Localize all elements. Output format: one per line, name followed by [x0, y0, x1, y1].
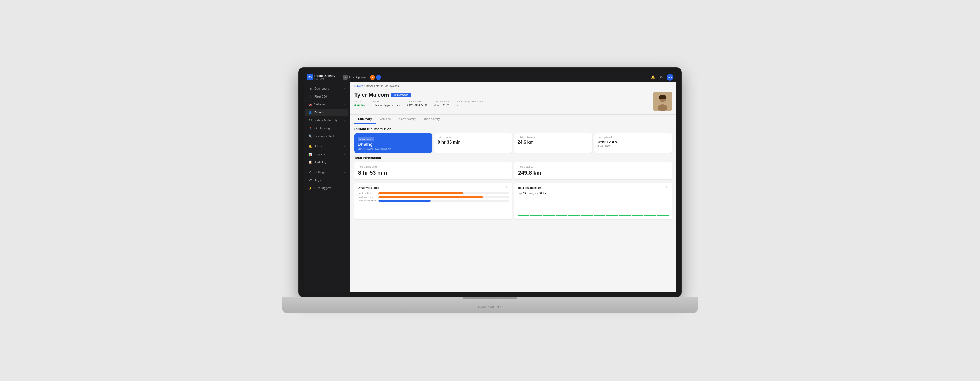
sidebar-item-find-vehicle[interactable]: 🔍 Find my vehicle — [305, 132, 348, 140]
sidebar-item-tags[interactable]: 🏷 Tags — [305, 176, 348, 184]
sidebar-item-audit-log[interactable]: 📋 Audit log — [305, 158, 348, 166]
top-bar-badges: A B — [370, 75, 381, 80]
driving-badge: Driving status — [358, 138, 374, 141]
reports-chevron: › — [344, 153, 345, 156]
laptop-brand-label: MacBook Pro — [478, 305, 502, 309]
tab-alerts-history[interactable]: Alerts history — [395, 114, 420, 124]
current-trip-section: Current trip information Driving status … — [355, 127, 672, 153]
bar-2 — [543, 215, 555, 216]
sidebar-item-settings[interactable]: ⚙ Settings › — [305, 168, 348, 176]
laptop-bezel: RD Rapid Delivery Go Fleet ⊞ Fleet Optim… — [299, 68, 681, 297]
bar-3 — [555, 215, 567, 216]
top-bar-divider — [339, 75, 339, 80]
fleet360-icon: ↻ — [309, 95, 312, 98]
sidebar-item-vehicles[interactable]: 🚗 Vehicles › — [305, 101, 348, 108]
status-dot — [355, 105, 356, 106]
find-vehicle-icon: 🔍 — [309, 134, 312, 138]
top-bar-nav: ⊞ Fleet Optimizer — [343, 75, 368, 79]
brand-subtitle: Go Fleet — [315, 78, 335, 81]
bar-10 — [644, 215, 656, 216]
settings-icon[interactable]: ⚙ — [659, 75, 664, 80]
violation-label-1: Harsh braking — [358, 192, 377, 194]
sidebar-divider-1 — [307, 141, 347, 141]
distance-chart-meta: Trips 12 Daily avg. 28 km — [518, 192, 669, 195]
daily-avg-value: 28 km — [539, 192, 547, 195]
audit-log-icon: 📋 — [309, 160, 312, 164]
last-updated-sub: Jun 8, 2021 — [598, 145, 669, 148]
distance-download-icon[interactable]: ⬇ — [665, 186, 669, 190]
bar-col-9 — [632, 215, 643, 216]
sidebar-item-drivers[interactable]: 👤 Drivers — [305, 108, 348, 116]
driving-sub: Started on Apr 6, 2021 4:51:09 AM — [358, 148, 429, 150]
sidebar-item-geofencing[interactable]: 📍 Geofencing — [305, 124, 348, 132]
phone-value: +12163547758 — [407, 103, 427, 107]
sidebar-item-safety[interactable]: 🛡 Safety & Security › — [305, 116, 348, 124]
driver-meta: Status Active Email — [355, 100, 650, 107]
breadcrumb-drivers[interactable]: Drivers — [355, 84, 363, 87]
safety-chevron: › — [344, 119, 345, 122]
sidebar-label-safety: Safety & Security — [315, 119, 342, 122]
bar-col-7 — [606, 215, 618, 216]
notification-bell-icon[interactable]: 🔔 — [650, 75, 656, 80]
tab-summary[interactable]: Summary — [355, 114, 376, 124]
laptop-base: MacBook Pro — [282, 297, 698, 313]
user-avatar[interactable]: AB — [667, 74, 673, 81]
tags-icon: 🏷 — [309, 178, 312, 182]
sidebar-label-audit-log: Audit log — [315, 160, 345, 164]
sidebar-label-drivers: Drivers — [315, 111, 345, 114]
total-distance-label: Total distance — [518, 165, 668, 168]
driver-info: Tyler Malcom ✉ Message Status — [355, 92, 650, 107]
last-updated-card: Last updated 9:32:17 AM Jun 8, 2021 — [595, 133, 672, 153]
total-driving-time-card: Total driving time 8 hr 53 min — [355, 162, 512, 179]
driving-distance-value: 24.6 km — [518, 140, 589, 145]
main-layout: ⊞ Dashboard › ↻ Fleet 360 🚗 Vehicles — [304, 82, 676, 292]
message-button[interactable]: ✉ Message — [391, 93, 411, 97]
settings-nav-icon: ⚙ — [309, 170, 312, 174]
violation-row-3: Harsh acceleration — [358, 200, 509, 202]
top-bar-right: 🔔 ⚙ AB — [650, 74, 673, 81]
sidebar-item-reports[interactable]: 📊 Reports › — [305, 150, 348, 158]
meta-phone: Phone number +12163547758 — [407, 100, 427, 107]
driving-title: Driving — [358, 142, 429, 147]
distance-chart-header: Total distance (km) ⬇ — [518, 186, 669, 190]
vehicles-value: 2 — [457, 103, 484, 107]
vehicles-label: No. of assigned vehicles — [457, 100, 484, 103]
violation-row-1: Harsh braking — [358, 192, 509, 194]
last-updated-value: 9:32:17 AM — [598, 140, 669, 144]
brand-logo-icon: RD — [307, 74, 313, 80]
bar-1 — [530, 215, 542, 216]
trip-cards: Driving status Driving Started on Apr 6,… — [355, 133, 672, 153]
driver-name-row: Tyler Malcom ✉ Message — [355, 92, 650, 98]
status-value: Active — [355, 103, 366, 107]
sidebar-item-rule-triggers[interactable]: ⚡ Rule triggers — [305, 184, 348, 192]
bar-7 — [606, 215, 618, 216]
laptop-body: RD Rapid Delivery Go Fleet ⊞ Fleet Optim… — [299, 68, 681, 313]
sidebar-item-dashboard[interactable]: ⊞ Dashboard › — [305, 85, 348, 92]
bar-col-2 — [543, 215, 555, 216]
svg-point-2 — [658, 105, 667, 111]
trackpad-notch — [463, 297, 517, 299]
settings-chevron: › — [344, 171, 345, 173]
tab-vehicles[interactable]: Vehicles — [376, 114, 395, 124]
violation-bar-fill-2 — [379, 196, 483, 198]
bar-11 — [657, 215, 669, 216]
sidebar-label-dashboard: Dashboard — [315, 87, 342, 90]
tab-trips-history[interactable]: Trips history — [420, 114, 444, 124]
alerts-icon: 🔔 — [309, 144, 312, 148]
bar-chart — [518, 197, 669, 216]
sidebar-label-vehicles: Vehicles — [315, 103, 342, 106]
violations-chart-card: Driver violations ⬇ Harsh braking — [355, 183, 512, 219]
total-driving-time-value: 8 hr 53 min — [358, 170, 508, 176]
meta-email: Email johndoe@gmail.com — [373, 100, 400, 107]
violation-bar-bg-1 — [379, 192, 509, 194]
laptop-container: RD Rapid Delivery Go Fleet ⊞ Fleet Optim… — [244, 40, 736, 341]
distance-chart-card: Total distance (km) ⬇ Trips 12 — [514, 183, 672, 219]
violation-bar-bg-2 — [379, 196, 509, 198]
driver-avatar — [653, 92, 672, 111]
sidebar-item-alerts[interactable]: 🔔 Alerts › — [305, 142, 348, 150]
top-bar: RD Rapid Delivery Go Fleet ⊞ Fleet Optim… — [304, 72, 676, 82]
violations-download-icon[interactable]: ⬇ — [505, 186, 509, 190]
last-connected-value: Nov 8, 2021 — [433, 103, 450, 107]
vehicles-chevron: › — [344, 103, 345, 106]
sidebar-item-fleet360[interactable]: ↻ Fleet 360 — [305, 93, 348, 100]
